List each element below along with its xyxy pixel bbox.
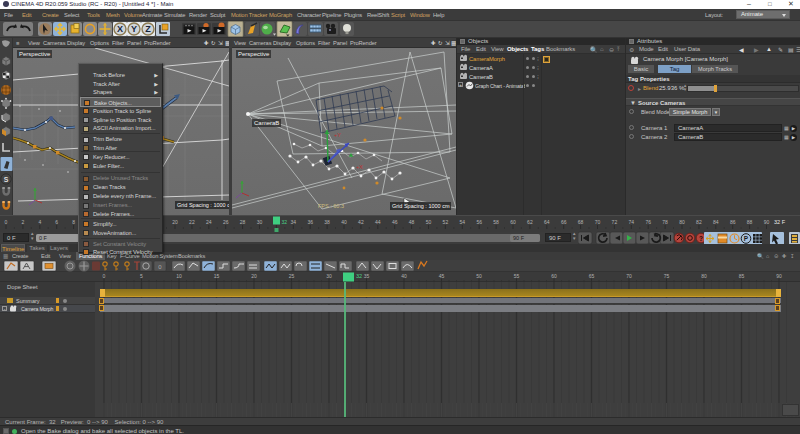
svg-text:44: 44 [375,219,381,225]
svg-text:10: 10 [176,273,182,279]
svg-text:70: 70 [595,219,601,225]
svg-text:S: S [4,176,9,183]
svg-text:85: 85 [739,273,745,279]
svg-text:40: 40 [341,219,347,225]
svg-text:90: 90 [776,273,782,279]
svg-text:45: 45 [439,273,445,279]
svg-text:2: 2 [22,219,25,225]
svg-text:70: 70 [626,273,632,279]
svg-text:0: 0 [103,273,106,279]
svg-text:+X: +X [356,164,363,170]
svg-text:22: 22 [189,219,195,225]
svg-text:20: 20 [172,219,178,225]
svg-text:75: 75 [664,273,670,279]
svg-text:30: 30 [326,273,332,279]
svg-text:55: 55 [514,273,520,279]
svg-text:26: 26 [223,219,229,225]
svg-text:50: 50 [426,219,432,225]
svg-text:30: 30 [257,219,263,225]
svg-text:X: X [117,24,123,34]
svg-text:15: 15 [214,273,220,279]
svg-text:?: ? [699,235,703,242]
svg-text:40: 40 [401,273,407,279]
svg-text:62: 62 [527,219,533,225]
svg-text:76: 76 [645,219,651,225]
svg-text:64: 64 [544,219,550,225]
svg-text:25: 25 [289,273,295,279]
svg-text:Z: Z [145,24,151,34]
svg-text:42: 42 [358,219,364,225]
svg-text:48: 48 [409,219,415,225]
svg-text:82: 82 [696,219,702,225]
svg-text:34: 34 [291,219,297,225]
svg-text:58: 58 [493,219,499,225]
svg-text:80: 80 [701,273,707,279]
svg-text:86: 86 [730,219,736,225]
svg-text:60: 60 [510,219,516,225]
svg-text:38: 38 [324,219,330,225]
svg-text:0: 0 [5,219,8,225]
svg-text:80: 80 [679,219,685,225]
svg-text:Y: Y [131,24,137,34]
svg-text:78: 78 [662,219,668,225]
svg-text:4: 4 [38,219,41,225]
svg-text:32: 32 [282,219,288,225]
svg-text:60: 60 [551,273,557,279]
svg-text:68: 68 [578,219,584,225]
svg-text:74: 74 [629,219,635,225]
svg-text:36: 36 [307,219,313,225]
svg-text:35: 35 [364,273,370,279]
svg-text:90: 90 [764,219,770,225]
svg-text:88: 88 [747,219,753,225]
svg-text:56: 56 [476,219,482,225]
svg-text:50: 50 [476,273,482,279]
svg-text:66: 66 [561,219,567,225]
svg-text:52: 52 [443,219,449,225]
svg-text:24: 24 [206,219,212,225]
svg-text:6: 6 [55,219,58,225]
svg-text:32: 32 [356,273,362,279]
svg-text:65: 65 [589,273,595,279]
svg-text:32 F: 32 F [774,219,786,225]
svg-text:28: 28 [240,219,246,225]
svg-text:72: 72 [612,219,618,225]
svg-text:84: 84 [713,219,719,225]
svg-text:P: P [744,235,749,242]
svg-text:54: 54 [460,219,466,225]
svg-text:5: 5 [140,273,143,279]
svg-text:20: 20 [251,273,257,279]
svg-text:+Y: +Y [334,132,341,138]
svg-text:8: 8 [72,219,75,225]
svg-text:46: 46 [392,219,398,225]
